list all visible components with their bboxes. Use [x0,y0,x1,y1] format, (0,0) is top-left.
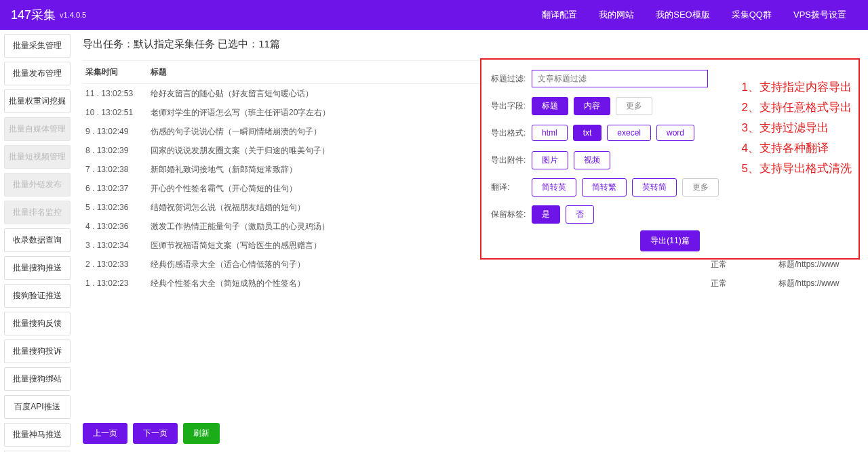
export-panel: 标题过滤: 导出字段: 标题内容更多 导出格式: htmltxtexecelwo… [480,58,860,260]
cell-status: 正常 [711,278,778,289]
cell-time: 7 . 13:02:38 [83,165,151,174]
sidebar-item-4: 批量短视频管理 [4,145,71,169]
keep-label: 保留标签: [491,209,532,220]
cell-time: 1 . 13:02:23 [83,279,151,288]
refresh-button[interactable]: 刷新 [183,423,220,444]
sidebar-item-8[interactable]: 批量搜狗推送 [4,256,71,280]
format-option-2[interactable]: execel [607,125,651,141]
cell-time: 9 . 13:02:49 [83,127,151,136]
filter-label: 标题过滤: [491,73,532,85]
sidebar-item-5: 批量外链发布 [4,173,71,197]
cell-platform: 标题/https://www [778,278,860,289]
sidebar-item-11[interactable]: 批量搜狗投诉 [4,340,71,363]
keeptags-option-0[interactable]: 是 [532,205,560,224]
page-title: 导出任务：默认指定采集任务 已选中：11篇 [83,35,860,54]
translate-option-0[interactable]: 简转英 [532,178,576,197]
title-filter-input[interactable] [532,70,708,87]
translate-option-3[interactable]: 更多 [682,178,719,197]
nav-qq-group[interactable]: 采集QQ群 [721,0,783,30]
cell-platform: 标题/https://www [778,259,860,270]
field-option-1[interactable]: 内容 [574,97,610,115]
main-area: 导出任务：默认指定采集任务 已选中：11篇 采集时间 标题 状态 平台/关键词 … [75,30,868,452]
col-time-header: 采集时间 [83,66,151,78]
sidebar-item-6: 批量排名监控 [4,201,71,224]
next-page-button[interactable]: 下一页 [133,423,178,444]
sidebar-item-14[interactable]: 批量神马推送 [4,423,71,447]
cell-time: 2 . 13:02:33 [83,260,151,269]
cell-time: 11 . 13:02:53 [83,89,151,98]
sidebar-item-9[interactable]: 搜狗验证推送 [4,284,71,308]
trans-label: 翻译: [491,182,532,193]
field-label: 导出字段: [491,100,532,112]
sidebar-item-10[interactable]: 批量搜狗反馈 [4,312,71,335]
app-version: v1.4.0.5 [60,11,86,19]
cell-time: 4 . 13:02:36 [83,222,151,231]
prev-page-button[interactable]: 上一页 [83,423,127,444]
field-option-2[interactable]: 更多 [616,97,652,115]
translate-option-2[interactable]: 英转简 [632,178,677,197]
keeptags-option-1[interactable]: 否 [566,205,594,224]
cell-time: 3 . 13:02:34 [83,241,151,250]
sidebar-item-12[interactable]: 批量搜狗绑站 [4,367,71,391]
cell-title: 经典伤感语录大全（适合心情低落的句子） [151,259,711,270]
nav-my-seo-template[interactable]: 我的SEO模版 [645,0,720,30]
cell-title: 经典个性签名大全（简短成熟的个性签名） [151,278,711,289]
cell-status: 正常 [711,259,778,270]
sidebar-item-2[interactable]: 批量权重词挖掘 [4,89,71,113]
format-option-0[interactable]: html [532,125,568,141]
format-option-3[interactable]: word [656,125,694,141]
table-row[interactable]: 1 . 13:02:23经典个性签名大全（简短成熟的个性签名）正常标题/http… [83,274,860,293]
cell-time: 10 . 13:02:51 [83,108,151,117]
sidebar: 批量采集管理批量发布管理批量权重词挖掘批量自媒体管理批量短视频管理批量外链发布批… [0,30,75,452]
sidebar-item-1[interactable]: 批量发布管理 [4,62,71,85]
pagination-bar: 上一页 下一页 刷新 [83,423,220,444]
translate-option-1[interactable]: 简转繁 [582,178,627,197]
cell-time: 6 . 13:02:37 [83,184,151,193]
sidebar-item-7[interactable]: 收录数据查询 [4,228,71,252]
cell-time: 8 . 13:02:39 [83,146,151,155]
cell-time: 5 . 13:02:36 [83,203,151,212]
format-option-1[interactable]: txt [573,125,602,141]
attach-label: 导出附件: [491,155,532,166]
nav-vps-dial[interactable]: VPS拨号设置 [783,0,857,30]
sidebar-item-0[interactable]: 批量采集管理 [4,34,71,58]
nav-my-site[interactable]: 我的网站 [588,0,645,30]
nav-translate-config[interactable]: 翻译配置 [531,0,588,30]
field-option-0[interactable]: 标题 [532,97,568,115]
attach-option-1[interactable]: 视频 [574,151,610,169]
sidebar-item-13[interactable]: 百度API推送 [4,395,71,419]
app-brand: 147采集 [11,7,56,23]
top-bar: 147采集 v1.4.0.5 翻译配置 我的网站 我的SEO模版 采集QQ群 V… [0,0,868,30]
sidebar-item-3: 批量自媒体管理 [4,117,71,141]
format-label: 导出格式: [491,127,532,139]
export-submit-button[interactable]: 导出(11)篇 [640,230,699,251]
attach-option-0[interactable]: 图片 [532,151,568,169]
